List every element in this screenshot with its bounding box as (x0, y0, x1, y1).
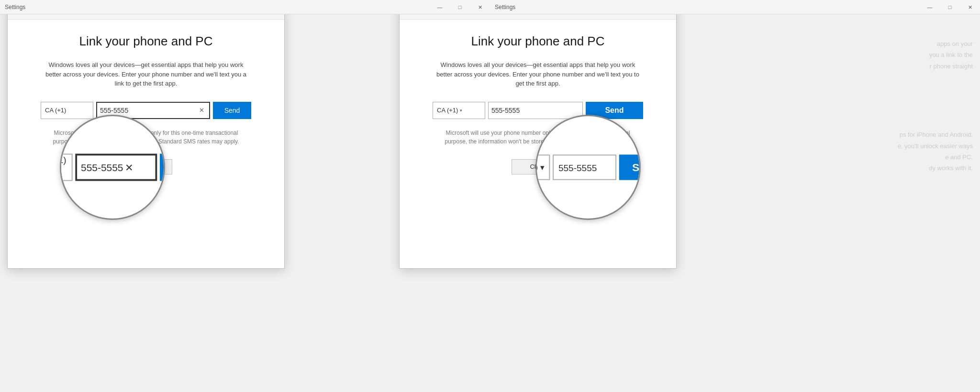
close-settings-btn-left[interactable]: ✕ (470, 0, 490, 14)
bg-text-3-right: r phone straight (891, 61, 973, 72)
maximize-btn-left[interactable]: □ (450, 0, 470, 14)
left-country-select[interactable]: CA (+1) (41, 102, 93, 119)
left-dialog-description: Windows loves all your devices—get essen… (43, 60, 249, 88)
left-phone-input[interactable] (100, 107, 198, 114)
bg-text-5-right: e, you'll unlock easier ways (891, 141, 973, 152)
right-close-dialog-btn[interactable]: Close (512, 159, 564, 174)
left-dialog-window: Microsoft account ✕ Link your phone and … (7, 5, 285, 269)
settings-title-right: Settings (495, 4, 515, 11)
right-dialog-window: Microsoft account ✕ Link your phone and … (399, 5, 677, 269)
left-clear-btn[interactable]: ✕ (198, 106, 206, 115)
minimize-btn-right[interactable]: — (920, 0, 940, 14)
right-phone-input-wrapper[interactable] (488, 102, 583, 119)
bg-text-7-right: dy works with it. (891, 163, 973, 174)
bg-text-1-right: apps on your (891, 38, 973, 49)
right-dialog-description: Windows loves all your devices—get essen… (435, 60, 641, 88)
left-country-value: CA (+1) (45, 107, 66, 114)
bg-text-6-right: e and PC. (891, 152, 973, 163)
right-disclaimer: Microsoft will use your phone number onl… (442, 129, 634, 146)
left-disclaimer: Microsoft will use your phone number onl… (50, 129, 242, 146)
maximize-btn-right[interactable]: □ (940, 0, 960, 14)
left-dialog-heading: Link your phone and PC (79, 34, 213, 49)
left-phone-row: CA (+1) ✕ Send (41, 102, 251, 119)
left-send-btn[interactable]: Send (213, 102, 251, 119)
right-country-select[interactable]: CA (+1) ▾ (433, 102, 485, 119)
right-country-value: CA (+1) (437, 107, 458, 114)
bg-text-4-right: ps for iPhone and Android. (891, 129, 973, 140)
left-phone-input-wrapper[interactable]: ✕ (96, 102, 210, 119)
bg-text-2-right: you a link to the (891, 49, 973, 60)
minimize-btn-left[interactable]: — (430, 0, 450, 14)
right-dialog-heading: Link your phone and PC (471, 34, 605, 49)
settings-title-left: Settings (5, 4, 25, 11)
left-close-dialog-btn[interactable]: Close (120, 159, 172, 174)
right-phone-row: CA (+1) ▾ Send (433, 102, 643, 119)
right-phone-input[interactable] (491, 107, 579, 114)
close-settings-btn-right[interactable]: ✕ (960, 0, 980, 14)
right-country-chevron-icon: ▾ (460, 108, 462, 113)
right-send-btn[interactable]: Send (586, 102, 643, 119)
